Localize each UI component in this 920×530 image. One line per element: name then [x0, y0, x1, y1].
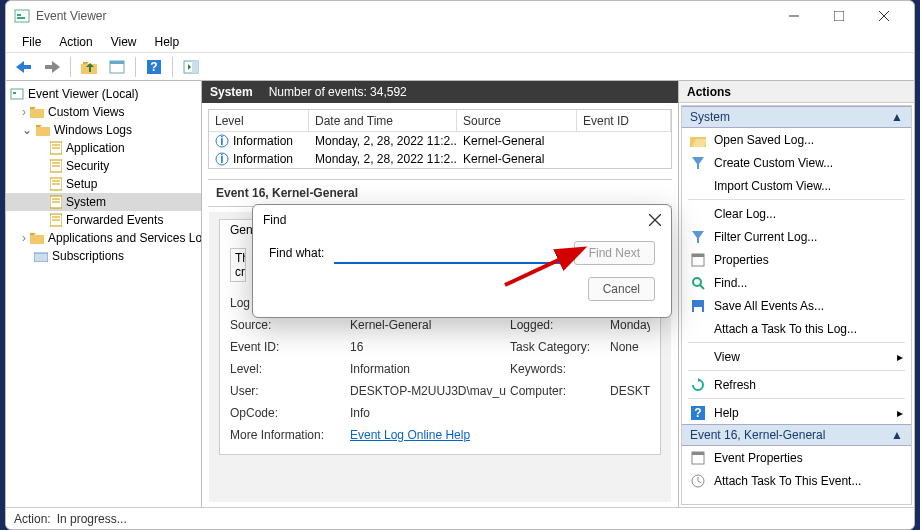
- kv-key: Level:: [230, 362, 350, 376]
- svg-rect-63: [692, 452, 704, 455]
- action-refresh[interactable]: Refresh: [682, 373, 911, 396]
- find-dialog: Find Find what: Find Next Cancel: [252, 204, 672, 318]
- action-save-all[interactable]: Save All Events As...: [682, 294, 911, 317]
- tree-label: Setup: [66, 177, 97, 191]
- kv-val: Info: [350, 406, 650, 420]
- menu-help[interactable]: Help: [147, 33, 188, 51]
- action-open-saved-log[interactable]: Open Saved Log...: [682, 128, 911, 151]
- minimize-button[interactable]: [771, 1, 816, 31]
- close-icon[interactable]: [649, 214, 661, 226]
- menu-action[interactable]: Action: [51, 33, 100, 51]
- action-find[interactable]: Find...: [682, 271, 911, 294]
- menubar: File Action View Help: [6, 31, 914, 53]
- svg-rect-42: [30, 235, 44, 244]
- svg-rect-21: [11, 89, 23, 99]
- center-title: System: [210, 85, 253, 99]
- action-help[interactable]: ?Help▸: [682, 401, 911, 424]
- tree-label: Applications and Services Logs: [48, 231, 202, 245]
- import-icon: [690, 178, 706, 194]
- col-level[interactable]: Level: [209, 110, 309, 131]
- help-toolbar-icon[interactable]: ?: [142, 56, 166, 78]
- action-properties[interactable]: Properties: [682, 248, 911, 271]
- tree-subscriptions[interactable]: Subscriptions: [6, 247, 201, 265]
- find-next-button[interactable]: Find Next: [574, 241, 655, 265]
- tree-windows-logs[interactable]: ⌄ Windows Logs: [6, 121, 201, 139]
- filter-icon: [690, 155, 706, 171]
- tree-root-label: Event Viewer (Local): [28, 87, 139, 101]
- tree-label: Subscriptions: [52, 249, 124, 263]
- tree-root[interactable]: Event Viewer (Local): [6, 85, 201, 103]
- center-header: System Number of events: 34,592: [202, 81, 678, 103]
- tree-setup[interactable]: Setup: [6, 175, 201, 193]
- menu-view[interactable]: View: [103, 33, 145, 51]
- action-clear-log[interactable]: Clear Log...: [682, 202, 911, 225]
- action-attach-task-log[interactable]: Attach a Task To this Log...: [682, 317, 911, 340]
- info-icon: i: [215, 134, 229, 148]
- event-log-help-link[interactable]: Event Log Online Help: [350, 428, 470, 442]
- kv-val: Monday: [610, 318, 650, 332]
- chevron-up-icon: ▲: [891, 110, 903, 124]
- folder-up-icon[interactable]: [77, 56, 101, 78]
- actions-header: Actions: [679, 81, 914, 103]
- desc-line: cre: [235, 265, 241, 279]
- cancel-button[interactable]: Cancel: [588, 277, 655, 301]
- status-value: In progress...: [57, 512, 127, 526]
- tree-security[interactable]: Security: [6, 157, 201, 175]
- table-row[interactable]: iInformation Monday, 2, 28, 2022 11:2...…: [209, 150, 671, 168]
- refresh-icon: [690, 377, 706, 393]
- event-count: Number of events: 34,592: [269, 85, 407, 99]
- svg-rect-22: [13, 92, 16, 94]
- action-label: Find...: [714, 276, 747, 290]
- log-icon: [50, 213, 62, 227]
- separator: [70, 57, 71, 77]
- col-date[interactable]: Date and Time: [309, 110, 457, 131]
- kv-key: User:: [230, 384, 350, 398]
- tree-system[interactable]: System: [6, 193, 201, 211]
- tree-forwarded[interactable]: Forwarded Events: [6, 211, 201, 229]
- col-source[interactable]: Source: [457, 110, 577, 131]
- titlebar: Event Viewer: [6, 1, 914, 31]
- find-titlebar: Find: [253, 205, 671, 235]
- svg-rect-10: [45, 65, 53, 69]
- action-import-custom-view[interactable]: Import Custom View...: [682, 174, 911, 197]
- section-label: Event 16, Kernel-General: [690, 428, 825, 442]
- find-what-input[interactable]: [334, 242, 563, 264]
- kv-val: Information: [350, 362, 510, 376]
- menu-file[interactable]: File: [14, 33, 49, 51]
- tree-custom-views[interactable]: › Custom Views: [6, 103, 201, 121]
- col-eventid[interactable]: Event ID: [577, 110, 671, 131]
- view-icon: [690, 349, 706, 365]
- properties-icon[interactable]: [105, 56, 129, 78]
- close-button[interactable]: [861, 1, 906, 31]
- kv-val: DESKTOP-M2UUJ3D\mav_u: [350, 384, 510, 398]
- back-button[interactable]: [12, 56, 36, 78]
- help-icon: ?: [690, 405, 706, 421]
- tree-label: System: [66, 195, 106, 209]
- action-label: Event Properties: [714, 451, 803, 465]
- action-create-custom-view[interactable]: Create Custom View...: [682, 151, 911, 174]
- kv-key: More Information:: [230, 428, 350, 442]
- action-label: Attach Task To This Event...: [714, 474, 861, 488]
- table-row[interactable]: iInformation Monday, 2, 28, 2022 11:2...…: [209, 132, 671, 150]
- actions-section-event[interactable]: Event 16, Kernel-General▲: [682, 424, 911, 446]
- maximize-button[interactable]: [816, 1, 861, 31]
- preview-pane-icon[interactable]: [179, 56, 203, 78]
- svg-marker-24: [30, 107, 36, 109]
- svg-rect-54: [692, 254, 704, 257]
- action-label: Clear Log...: [714, 207, 776, 221]
- app-icon: [14, 8, 30, 24]
- action-filter-log[interactable]: Filter Current Log...: [682, 225, 911, 248]
- action-label: Import Custom View...: [714, 179, 831, 193]
- action-event-properties[interactable]: Event Properties: [682, 446, 911, 469]
- kv-key: Keywords:: [510, 362, 610, 376]
- kv-key: OpCode:: [230, 406, 350, 420]
- action-view[interactable]: View▸: [682, 345, 911, 368]
- tree-application[interactable]: Application: [6, 139, 201, 157]
- separator: [135, 57, 136, 77]
- action-label: Open Saved Log...: [714, 133, 814, 147]
- forward-button[interactable]: [40, 56, 64, 78]
- actions-section-system[interactable]: System▲: [682, 106, 911, 128]
- action-attach-task-event[interactable]: Attach Task To This Event...: [682, 469, 911, 492]
- find-icon: [690, 275, 706, 291]
- tree-app-services[interactable]: › Applications and Services Logs: [6, 229, 201, 247]
